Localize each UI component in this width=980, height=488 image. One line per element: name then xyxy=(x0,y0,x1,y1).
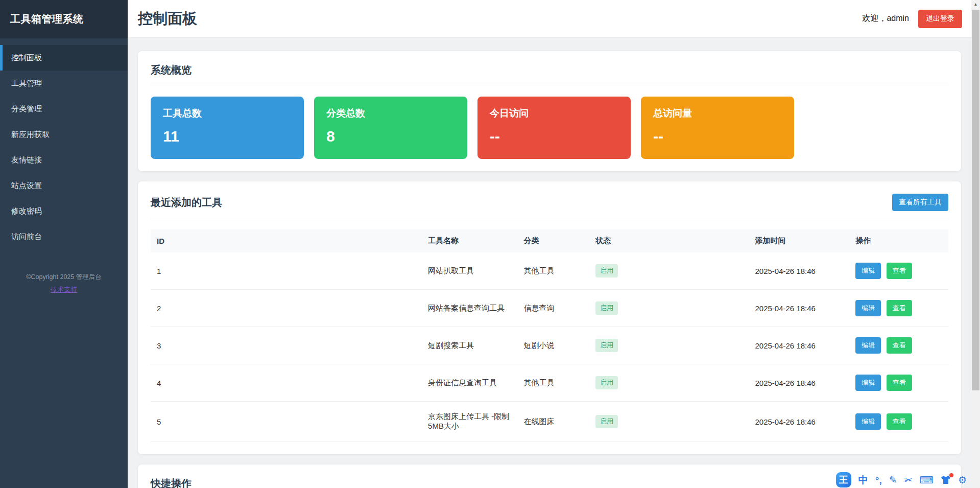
table-column-header: 添加时间 xyxy=(749,229,849,252)
sidebar-item[interactable]: 分类管理 xyxy=(0,96,128,122)
sidebar-footer: ©Copyright 2025 管理后台 技术支持 xyxy=(0,272,128,295)
sidebar-item[interactable]: 修改密码 xyxy=(0,198,128,224)
sidebar-item[interactable]: 工具管理 xyxy=(0,71,128,96)
stat-label: 工具总数 xyxy=(163,107,292,120)
vertical-scrollbar[interactable]: ▲ xyxy=(971,0,980,488)
recent-title: 最近添加的工具 xyxy=(151,196,222,210)
edit-button[interactable]: 编辑 xyxy=(855,263,881,279)
view-button[interactable]: 查看 xyxy=(887,337,912,354)
quick-head: 快捷操作 xyxy=(151,477,948,488)
logout-button[interactable]: 退出登录 xyxy=(918,10,962,28)
cell-time: 2025-04-26 18:46 xyxy=(749,364,849,402)
cell-actions: 编辑 查看 xyxy=(849,252,948,290)
sidebar-item[interactable]: 站点设置 xyxy=(0,173,128,198)
cell-tool-name: 网站扒取工具 xyxy=(422,252,517,290)
cell-status: 启用 xyxy=(589,252,749,290)
stat-value: 11 xyxy=(163,128,292,145)
overview-card: 系统概览 工具总数 11 分类总数 8 今日访问 xyxy=(138,51,961,171)
table-column-header: 状态 xyxy=(589,229,749,252)
scroll-up-arrow-icon[interactable]: ▲ xyxy=(971,0,980,9)
sidebar-item[interactable]: 访问前台 xyxy=(0,224,128,249)
table-column-header: 分类 xyxy=(518,229,590,252)
view-all-tools-button[interactable]: 查看所有工具 xyxy=(892,194,948,211)
stat-card: 工具总数 11 xyxy=(151,97,304,159)
stat-label: 分类总数 xyxy=(326,107,455,120)
table-row: 4 身份证信息查询工具 其他工具 启用 2025-04-26 18:46 编辑 … xyxy=(151,364,948,402)
scrollbar-thumb[interactable] xyxy=(972,10,979,390)
edit-button[interactable]: 编辑 xyxy=(855,413,881,430)
keyboard-icon[interactable]: ⌨ xyxy=(920,475,934,485)
table-row: 5 京东图床上传工具 -限制5MB大小 在线图床 启用 2025-04-26 1… xyxy=(151,402,948,442)
status-badge: 启用 xyxy=(595,264,618,277)
handwriting-icon[interactable]: ✎ xyxy=(889,475,897,485)
edit-button[interactable]: 编辑 xyxy=(855,300,881,316)
view-button[interactable]: 查看 xyxy=(887,300,912,316)
cell-category: 信息查询 xyxy=(518,290,590,327)
view-button[interactable]: 查看 xyxy=(887,413,912,430)
sidebar-item[interactable]: 新应用获取 xyxy=(0,122,128,147)
sidebar-item[interactable]: 控制面板 xyxy=(0,45,128,71)
cell-actions: 编辑 查看 xyxy=(849,290,948,327)
edit-button[interactable]: 编辑 xyxy=(855,375,881,391)
stat-value: -- xyxy=(653,128,782,145)
cell-status: 启用 xyxy=(589,364,749,402)
cell-actions: 编辑 查看 xyxy=(849,327,948,364)
punctuation-icon[interactable]: °, xyxy=(875,475,882,485)
status-badge: 启用 xyxy=(595,301,618,315)
cell-id: 5 xyxy=(151,402,422,442)
stat-card: 今日访问 -- xyxy=(477,97,631,159)
scissors-icon[interactable]: ✂ xyxy=(904,475,913,485)
view-button[interactable]: 查看 xyxy=(887,263,912,279)
settings-icon[interactable]: ⚙ xyxy=(958,475,967,485)
cell-category: 其他工具 xyxy=(518,252,590,290)
cell-tool-name: 京东图床上传工具 -限制5MB大小 xyxy=(422,402,517,442)
cell-id: 1 xyxy=(151,252,422,290)
table-row: 2 网站备案信息查询工具 信息查询 启用 2025-04-26 18:46 编辑… xyxy=(151,290,948,327)
ime-toolbar: 王 中 °, ✎ ✂ ⌨ ⚙ xyxy=(836,472,967,487)
stat-value: 8 xyxy=(326,128,455,145)
recent-head: 最近添加的工具 查看所有工具 xyxy=(151,194,948,219)
copyright-link[interactable]: 技术支持 xyxy=(51,285,77,295)
table-column-header: ID xyxy=(151,229,422,252)
cell-status: 启用 xyxy=(589,402,749,442)
ime-logo[interactable]: 王 xyxy=(836,472,851,487)
chinese-mode-icon[interactable]: 中 xyxy=(858,475,868,485)
table-head: ID工具名称分类状态添加时间操作 xyxy=(151,229,948,252)
cell-tool-name: 短剧搜索工具 xyxy=(422,327,517,364)
cell-category: 在线图床 xyxy=(518,402,590,442)
copyright-text: ©Copyright 2025 管理后台 xyxy=(0,272,128,282)
cell-category: 其他工具 xyxy=(518,364,590,402)
view-button[interactable]: 查看 xyxy=(887,375,912,391)
cell-time: 2025-04-26 18:46 xyxy=(749,402,849,442)
page-title: 控制面板 xyxy=(138,9,197,29)
stat-card: 分类总数 8 xyxy=(314,97,467,159)
quick-title: 快捷操作 xyxy=(151,477,192,488)
edit-button[interactable]: 编辑 xyxy=(855,337,881,354)
sidebar-item[interactable]: 友情链接 xyxy=(0,147,128,173)
status-badge: 启用 xyxy=(595,376,618,389)
stat-label: 总访问量 xyxy=(653,107,782,120)
table-column-header: 操作 xyxy=(849,229,948,252)
table-column-header: 工具名称 xyxy=(422,229,517,252)
status-badge: 启用 xyxy=(595,339,618,352)
welcome-text: 欢迎，admin xyxy=(862,13,909,24)
overview-head: 系统概览 xyxy=(151,63,948,85)
cell-time: 2025-04-26 18:46 xyxy=(749,252,849,290)
cell-id: 3 xyxy=(151,327,422,364)
topbar-right: 欢迎，admin 退出登录 xyxy=(862,10,962,28)
stats-row: 工具总数 11 分类总数 8 今日访问 -- 总访问量 xyxy=(151,97,948,159)
cell-id: 4 xyxy=(151,364,422,402)
cell-tool-name: 身份证信息查询工具 xyxy=(422,364,517,402)
overview-title: 系统概览 xyxy=(151,63,192,77)
app-title: 工具箱管理系统 xyxy=(0,0,128,38)
status-badge: 启用 xyxy=(595,415,618,428)
sidebar-menu: 控制面板 工具管理 分类管理 新应用获取 友情链接 站点设置 修改密码 访问前台 xyxy=(0,45,128,249)
cell-status: 启用 xyxy=(589,327,749,364)
skin-icon[interactable] xyxy=(941,475,951,484)
table-body: 1 网站扒取工具 其他工具 启用 2025-04-26 18:46 编辑 查看 xyxy=(151,252,948,442)
cell-tool-name: 网站备案信息查询工具 xyxy=(422,290,517,327)
cell-time: 2025-04-26 18:46 xyxy=(749,327,849,364)
main-area: 控制面板 欢迎，admin 退出登录 系统概览 工具总数 11 分类总数 xyxy=(128,0,971,488)
cell-status: 启用 xyxy=(589,290,749,327)
cell-category: 短剧小说 xyxy=(518,327,590,364)
